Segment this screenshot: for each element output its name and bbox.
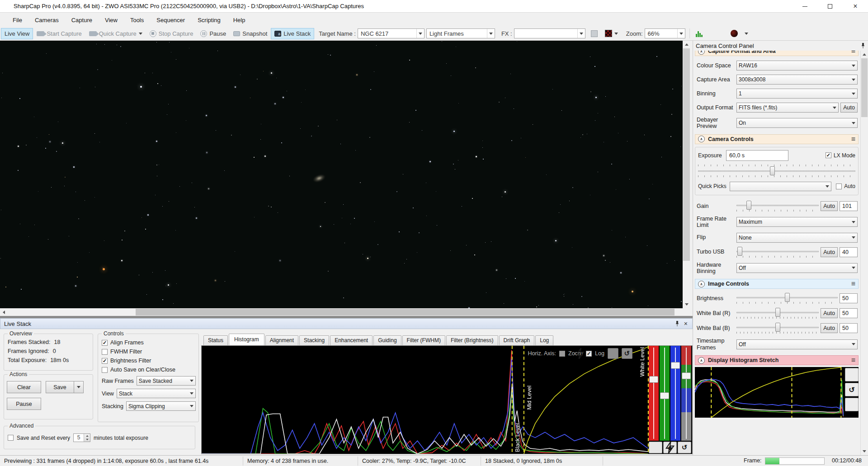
exposure-auto-checkbox[interactable]: [836, 184, 842, 189]
scroll-down-arrow[interactable]: [861, 447, 868, 455]
reset-stretch-button[interactable]: ↺: [845, 383, 859, 396]
spin-down-icon[interactable]: [86, 438, 89, 440]
turbo-value-input[interactable]: 40: [840, 247, 858, 257]
section-menu-icon[interactable]: ≡: [851, 135, 855, 143]
slider-thumb[interactable]: [785, 293, 790, 302]
menu-cameras[interactable]: Cameras: [28, 14, 65, 26]
slider-thumb[interactable]: [746, 201, 751, 210]
slider-thumb[interactable]: [775, 308, 780, 317]
all-level-slider[interactable]: [681, 346, 691, 441]
stop-capture-button[interactable]: Stop Capture: [146, 28, 197, 39]
hardware-binning-combobox[interactable]: Off: [736, 263, 858, 273]
clear-button[interactable]: Clear: [7, 381, 41, 393]
camera-panel-scrollbar[interactable]: [860, 51, 868, 455]
save-button[interactable]: Save: [46, 381, 74, 393]
display-histogram-stretch-header[interactable]: ∧ Display Histogram Stretch ≡: [695, 355, 859, 365]
selection-area-button[interactable]: [587, 28, 601, 39]
fwhm-filter-checkbox[interactable]: [102, 349, 108, 355]
collapse-icon[interactable]: ∧: [698, 357, 705, 364]
section-menu-icon[interactable]: ≡: [851, 356, 855, 364]
scroll-up-arrow[interactable]: [683, 41, 690, 48]
slider-thumb[interactable]: [737, 247, 742, 256]
menu-sequencer[interactable]: Sequencer: [150, 14, 191, 26]
chevron-down-icon[interactable]: [416, 29, 424, 38]
slider-thumb[interactable]: [775, 323, 780, 332]
slider-thumb[interactable]: [770, 166, 775, 175]
tab-status[interactable]: Status: [203, 335, 228, 345]
dark-subtract-button[interactable]: [601, 28, 622, 39]
output-format-combobox[interactable]: FITS files (*.fits): [736, 103, 839, 113]
white-balance-b-slider[interactable]: [736, 323, 819, 332]
quick-capture-button[interactable]: Quick Capture: [85, 28, 146, 39]
stretch-histogram[interactable]: ↺: [695, 367, 859, 418]
stacking-combobox[interactable]: Sigma Clipping: [126, 401, 196, 411]
scroll-down-arrow[interactable]: [683, 301, 690, 308]
binning-combobox[interactable]: 1: [736, 89, 858, 99]
image-vertical-scrollbar[interactable]: [683, 41, 690, 308]
maximize-button[interactable]: [817, 0, 843, 13]
flip-combobox[interactable]: None: [736, 233, 858, 243]
tab-stacking[interactable]: Stacking: [299, 335, 329, 345]
auto-stretch-button[interactable]: [845, 368, 859, 381]
close-panel-icon[interactable]: ×: [684, 320, 688, 327]
menu-scripting[interactable]: Scripting: [191, 14, 227, 26]
tab-filter-brightness-[interactable]: Filter (Brightness): [446, 335, 498, 345]
tab-filter-fwhm-[interactable]: Filter (FWHM): [402, 335, 445, 345]
raw-frames-combobox[interactable]: Save Stacked: [137, 376, 196, 386]
frame-type-combobox[interactable]: Light Frames: [426, 28, 495, 38]
live-image-view[interactable]: [0, 41, 683, 308]
menu-tools[interactable]: Tools: [124, 14, 150, 26]
level-slider-handle[interactable]: [649, 376, 658, 383]
tab-alignment[interactable]: Alignment: [265, 335, 298, 345]
save-reset-checkbox[interactable]: [8, 435, 14, 441]
fx-combobox[interactable]: [514, 28, 585, 38]
save-stretch-button[interactable]: [845, 398, 859, 411]
collapse-icon[interactable]: ∧: [698, 281, 705, 287]
red-level-slider[interactable]: [649, 346, 659, 441]
gain-value-input[interactable]: 101: [840, 201, 858, 211]
pause-stack-button[interactable]: Pause: [7, 398, 41, 410]
spin-up-icon[interactable]: [86, 435, 89, 437]
wb-r-value-input[interactable]: 50: [840, 308, 858, 318]
wb-r-auto-button[interactable]: Auto: [821, 308, 838, 318]
level-slider-handle[interactable]: [682, 372, 691, 379]
level-slider-handle[interactable]: [671, 362, 680, 369]
green-level-slider[interactable]: [660, 346, 670, 441]
section-menu-icon[interactable]: ≡: [851, 280, 855, 288]
zoom-combobox[interactable]: 66%: [645, 28, 685, 38]
brightness-slider[interactable]: [736, 293, 838, 302]
target-name-combobox[interactable]: NGC 6217: [358, 28, 425, 38]
exposure-slider[interactable]: [698, 166, 855, 175]
chevron-down-icon[interactable]: [677, 29, 685, 38]
blue-level-slider[interactable]: [670, 346, 680, 441]
reticle-button[interactable]: [727, 28, 752, 39]
turbo-usb-slider[interactable]: [736, 247, 819, 256]
save-dropdown-button[interactable]: [74, 381, 84, 393]
auto-save-on-clear-close-checkbox[interactable]: [102, 367, 108, 373]
start-capture-button[interactable]: Start Capture: [33, 28, 85, 39]
menu-view[interactable]: View: [99, 14, 124, 26]
scroll-up-arrow[interactable]: [861, 51, 868, 58]
menu-capture[interactable]: Capture: [65, 14, 99, 26]
colour-space-combobox[interactable]: RAW16: [736, 61, 858, 71]
chevron-down-icon[interactable]: [487, 29, 495, 38]
live-stack-button[interactable]: Live Stack: [271, 28, 314, 39]
menu-file[interactable]: File: [6, 14, 28, 26]
scrollbar-thumb[interactable]: [683, 48, 690, 261]
collapse-icon[interactable]: ∧: [698, 51, 705, 55]
image-histogram-button[interactable]: [692, 28, 706, 39]
pin-icon[interactable]: [861, 42, 865, 49]
camera-controls-section-header[interactable]: ∧ Camera Controls ≡: [695, 134, 859, 144]
turbo-auto-button[interactable]: Auto: [821, 247, 838, 257]
tab-log[interactable]: Log: [535, 335, 553, 345]
scroll-left-arrow[interactable]: [0, 308, 8, 316]
wb-b-value-input[interactable]: 50: [840, 323, 858, 333]
auto-stretch-button[interactable]: [608, 348, 618, 359]
exposure-input[interactable]: 60,0 s: [726, 150, 788, 161]
image-horizontal-scrollbar[interactable]: [0, 308, 683, 316]
capture-area-combobox[interactable]: 3008x3008: [736, 75, 858, 85]
pin-icon[interactable]: [675, 320, 679, 327]
minutes-spinner[interactable]: 5: [73, 433, 90, 442]
white-balance-r-slider[interactable]: [736, 308, 819, 317]
gain-slider[interactable]: [736, 201, 819, 210]
